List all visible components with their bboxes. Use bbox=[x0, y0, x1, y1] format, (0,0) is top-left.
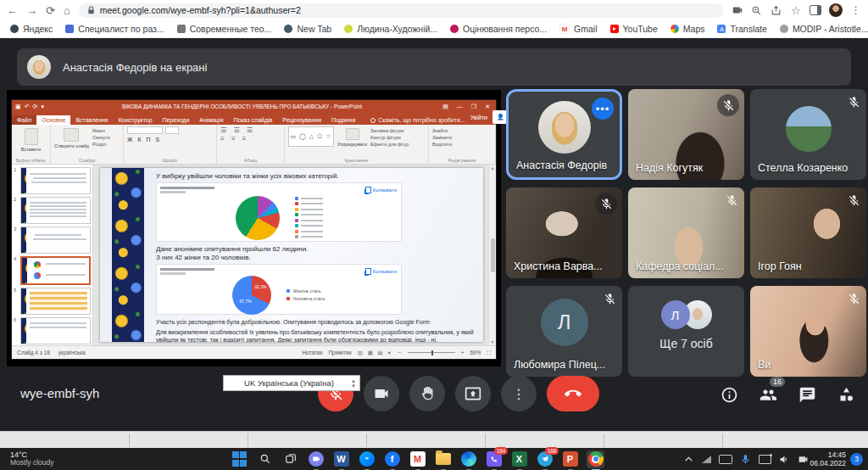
tray-camera-icon[interactable] bbox=[798, 454, 809, 465]
browser-menu-icon[interactable]: ⋮ bbox=[850, 4, 862, 16]
address-bar[interactable]: meet.google.com/wye-embf-syh?pli=1&authu… bbox=[79, 3, 723, 18]
tile-nadiia[interactable]: Надія Когутяк bbox=[628, 89, 744, 180]
comments-button[interactable]: Примітки bbox=[328, 350, 351, 355]
bookmark-maps[interactable]: Maps bbox=[670, 24, 705, 34]
shape-outline-button[interactable]: Контур фігури bbox=[370, 135, 409, 140]
tab-slideshow[interactable]: Показ слайдів bbox=[228, 115, 277, 125]
zoom-in-icon[interactable]: + bbox=[461, 350, 465, 355]
tab-home[interactable]: Основне bbox=[36, 115, 70, 125]
forward-icon[interactable]: → bbox=[26, 5, 37, 16]
tab-view[interactable]: Подання bbox=[326, 115, 360, 125]
zoom-icon[interactable] bbox=[751, 4, 763, 16]
shared-screen[interactable]: ▣↶⟳▾ ВІКОВА ДИНАМІКА ТА ГЕНДЕРНІ ОСОБЛИВ… bbox=[7, 90, 501, 366]
paste-label[interactable]: Вставити bbox=[21, 147, 42, 152]
restore-icon[interactable]: ❐ bbox=[469, 104, 479, 110]
back-icon[interactable]: ← bbox=[7, 5, 18, 16]
new-slide-label[interactable]: Створити слайд bbox=[54, 143, 89, 148]
language-selector-popup[interactable]: UK Українська (Україна) ▲▼ bbox=[223, 375, 360, 391]
paste-icon[interactable] bbox=[25, 128, 38, 145]
teams-chat-icon[interactable] bbox=[307, 450, 325, 468]
file-explorer-icon[interactable] bbox=[434, 450, 452, 468]
tray-app-icon[interactable] bbox=[702, 456, 711, 463]
font-name-select[interactable] bbox=[127, 126, 163, 134]
new-slide-icon[interactable] bbox=[64, 128, 79, 142]
sign-in-link[interactable]: Увійти bbox=[470, 115, 487, 120]
minimize-icon[interactable]: — bbox=[454, 104, 465, 109]
activities-icon[interactable] bbox=[836, 384, 856, 405]
tab-review[interactable]: Рецензування bbox=[277, 115, 326, 125]
reload-icon[interactable]: ⟳ bbox=[46, 5, 55, 16]
bookmark-youtube[interactable]: YouTube bbox=[610, 24, 658, 34]
excel-icon[interactable]: X bbox=[510, 450, 528, 468]
zoom-level[interactable]: 69% bbox=[470, 350, 481, 355]
bookmark-star-icon[interactable]: ☆ bbox=[790, 4, 802, 16]
tab-insert[interactable]: Вставлення bbox=[70, 115, 113, 125]
save-icon[interactable]: ▣ bbox=[15, 104, 21, 110]
tile-stella[interactable]: Стелла Козаренко bbox=[750, 89, 866, 180]
chat-icon[interactable] bbox=[797, 384, 817, 405]
search-icon[interactable] bbox=[256, 450, 274, 468]
layout-button[interactable]: Макет bbox=[92, 128, 110, 133]
notification-count-badge[interactable]: 3 bbox=[850, 453, 863, 466]
taskbar-clock[interactable]: 14:45 06.04.2022 bbox=[810, 450, 846, 467]
profile-avatar[interactable] bbox=[829, 3, 843, 17]
slide-thumb-1[interactable]: 1 bbox=[14, 167, 91, 194]
quick-access-toolbar[interactable]: ▣↶⟳▾ bbox=[15, 104, 44, 110]
word-icon[interactable]: W bbox=[332, 450, 350, 468]
side-panel-icon[interactable] bbox=[810, 5, 821, 15]
slide-thumb-4-selected[interactable]: 4 bbox=[14, 256, 91, 285]
tile-overflow-others[interactable]: Л Ще 7 осіб bbox=[628, 286, 744, 377]
close-icon[interactable]: ✕ bbox=[482, 104, 492, 110]
tab-file[interactable]: Файл bbox=[12, 115, 36, 125]
tile-khrystyna[interactable]: Христина Варва... bbox=[506, 187, 622, 278]
bookmark-gmail[interactable]: MGmail bbox=[559, 24, 597, 34]
zoom-out-icon[interactable]: − bbox=[398, 350, 402, 355]
tell-me-box[interactable]: Скажіть, що потрібно зробити... bbox=[365, 115, 470, 125]
reset-button[interactable]: Скинути bbox=[92, 135, 110, 140]
arrange-label[interactable]: Упорядкувати bbox=[337, 142, 367, 147]
start-button[interactable] bbox=[231, 450, 248, 468]
shapes-gallery[interactable]: ▭ ◯ △ ⬠ ☆ bbox=[288, 126, 334, 147]
share-icon[interactable] bbox=[771, 4, 782, 16]
zoom-slider[interactable] bbox=[408, 352, 455, 353]
present-button[interactable] bbox=[455, 376, 491, 411]
find-button[interactable]: Знайти bbox=[432, 128, 452, 133]
tile-menu-button[interactable]: ••• bbox=[592, 98, 614, 120]
notes-button[interactable]: Нотатки bbox=[302, 350, 322, 355]
gmail-icon[interactable]: M bbox=[409, 450, 426, 468]
weather-widget[interactable]: 14°C Mostly cloudy bbox=[10, 450, 54, 467]
speaker-icon[interactable] bbox=[779, 454, 790, 465]
select-button[interactable]: Виділити bbox=[432, 142, 452, 147]
bookmark-yandex[interactable]: Яндекс bbox=[10, 24, 53, 34]
end-call-button[interactable] bbox=[547, 376, 599, 411]
bookmark-translate[interactable]: ATranslate bbox=[717, 24, 766, 34]
bookmark-specialist[interactable]: Специалист по раз... bbox=[65, 24, 164, 34]
bookmark-sovremennye[interactable]: Современные тео... bbox=[177, 24, 272, 34]
section-button[interactable]: Розділ bbox=[92, 142, 110, 147]
camera-button[interactable] bbox=[364, 376, 399, 411]
view-buttons[interactable]: ▥ ▦ ▤ ▾ bbox=[358, 350, 392, 356]
replace-button[interactable]: Замінити bbox=[432, 135, 452, 140]
undo-icon[interactable]: ↶ bbox=[25, 104, 30, 110]
chrome-icon-active[interactable] bbox=[587, 450, 604, 468]
tile-kafedra[interactable]: Кафедра соціал... bbox=[628, 187, 744, 278]
align-buttons[interactable]: ≡ ≡ ≡ bbox=[220, 135, 248, 143]
font-style-buttons[interactable]: Ж К П S bbox=[127, 137, 161, 143]
slide-thumb-6[interactable]: 6 bbox=[14, 317, 91, 344]
info-icon[interactable] bbox=[719, 384, 739, 405]
copy-link[interactable]: Копіювати bbox=[365, 187, 397, 193]
fit-slide-icon[interactable]: ⛶ bbox=[487, 350, 491, 356]
qat-dropdown-icon[interactable]: ▾ bbox=[41, 104, 44, 110]
ribbon-options-icon[interactable]: ▤ bbox=[440, 104, 451, 110]
raise-hand-button[interactable] bbox=[409, 376, 445, 411]
telegram-icon[interactable]: 168 bbox=[536, 450, 554, 468]
font-size-select[interactable] bbox=[165, 126, 179, 134]
slide-thumb-5[interactable]: 5 bbox=[14, 288, 91, 315]
more-options-button[interactable]: ⋮ bbox=[501, 376, 537, 411]
edge-icon[interactable] bbox=[459, 450, 477, 468]
home-icon[interactable]: ⌂ bbox=[64, 5, 70, 16]
tab-design[interactable]: Конструктор bbox=[114, 115, 158, 125]
shape-effects-button[interactable]: Ефекти для фігур bbox=[370, 142, 409, 147]
scroll-up-icon[interactable]: ▲ bbox=[491, 165, 495, 171]
tile-liubomyra[interactable]: Л Любомира Пілец... bbox=[506, 286, 622, 377]
